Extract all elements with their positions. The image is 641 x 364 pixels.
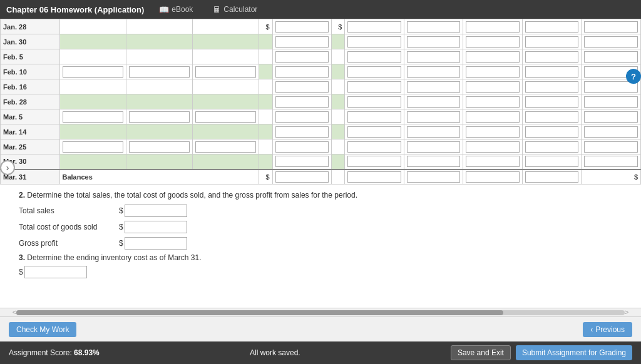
table-input[interactable] [347, 156, 401, 167]
tab-ebook[interactable]: 📖 eBook [154, 3, 198, 17]
help-button[interactable]: ? [626, 69, 641, 84]
table-input[interactable] [407, 21, 461, 33]
table-input[interactable] [525, 21, 579, 33]
table-input[interactable] [275, 126, 329, 138]
table-input[interactable] [347, 66, 401, 78]
input-cell[interactable] [404, 124, 463, 139]
input-cell[interactable] [193, 139, 259, 154]
table-input[interactable] [584, 51, 638, 63]
table-input[interactable] [466, 126, 520, 138]
table-input[interactable] [407, 96, 461, 108]
table-input[interactable] [584, 36, 638, 48]
input-cell[interactable] [193, 109, 259, 124]
input-cell[interactable] [126, 139, 192, 154]
input-cell[interactable] [463, 64, 523, 79]
left-arrow-button[interactable]: › [0, 160, 15, 175]
input-cell[interactable] [404, 49, 463, 64]
table-input[interactable] [129, 141, 190, 153]
input-cell[interactable] [345, 109, 404, 124]
input-cell[interactable] [522, 79, 582, 94]
scroll-thumb[interactable] [16, 310, 503, 315]
table-input[interactable] [584, 111, 638, 123]
table-input[interactable] [525, 36, 579, 48]
table-input[interactable] [129, 66, 190, 78]
input-cell[interactable] [522, 109, 582, 124]
input-cell[interactable] [522, 49, 582, 64]
table-input[interactable] [407, 171, 461, 183]
table-input[interactable] [525, 66, 579, 78]
input-cell[interactable] [582, 124, 641, 139]
table-input[interactable] [347, 126, 401, 138]
input-cell[interactable] [463, 19, 523, 34]
table-input[interactable] [129, 111, 190, 123]
input-cell[interactable] [582, 49, 641, 64]
input-cell[interactable] [404, 19, 463, 34]
input-cell[interactable] [345, 169, 404, 185]
ending-inventory-input[interactable] [24, 266, 87, 278]
total-sales-input[interactable] [125, 205, 187, 217]
input-cell[interactable] [345, 79, 404, 94]
input-cell[interactable] [272, 79, 332, 94]
input-cell[interactable] [126, 64, 192, 79]
table-input[interactable] [466, 21, 520, 33]
input-cell[interactable] [522, 124, 582, 139]
input-cell[interactable] [272, 64, 332, 79]
input-cell[interactable] [582, 94, 641, 109]
input-cell[interactable] [582, 34, 641, 49]
input-cell[interactable] [404, 79, 463, 94]
input-cell[interactable] [522, 34, 582, 49]
input-cell[interactable] [59, 109, 126, 124]
scroll-area[interactable]: Jan. 28 $ $ Jan. 30 [0, 19, 641, 308]
table-input[interactable] [195, 111, 256, 123]
input-cell[interactable] [522, 169, 582, 185]
input-cell[interactable] [272, 94, 332, 109]
input-cell[interactable] [522, 19, 582, 34]
table-input[interactable] [347, 111, 401, 123]
table-input[interactable] [347, 21, 401, 33]
input-cell[interactable] [582, 19, 641, 34]
input-cell[interactable] [463, 49, 523, 64]
input-cell[interactable] [404, 64, 463, 79]
submit-assignment-button[interactable]: Submit Assignment for Grading [516, 345, 632, 360]
scroll-left-btn[interactable]: < [13, 309, 16, 316]
table-input[interactable] [525, 96, 579, 108]
table-input[interactable] [195, 141, 256, 153]
table-input[interactable] [525, 156, 579, 167]
table-input[interactable] [584, 156, 638, 167]
input-cell[interactable] [193, 64, 259, 79]
table-input[interactable] [525, 126, 579, 138]
table-input[interactable] [347, 141, 401, 153]
input-cell[interactable] [345, 19, 404, 34]
input-cell[interactable] [582, 139, 641, 154]
input-cell[interactable] [404, 169, 463, 185]
input-cell[interactable] [272, 19, 332, 34]
input-cell[interactable] [272, 169, 332, 185]
input-cell[interactable] [463, 124, 523, 139]
table-input[interactable] [275, 21, 329, 33]
total-cogs-input[interactable] [125, 221, 187, 233]
input-cell[interactable] [522, 154, 582, 169]
table-input[interactable] [347, 51, 401, 63]
table-input[interactable] [407, 51, 461, 63]
input-cell[interactable] [463, 34, 523, 49]
table-input[interactable] [275, 141, 329, 153]
table-input[interactable] [347, 36, 401, 48]
input-cell[interactable] [272, 34, 332, 49]
input-cell[interactable] [404, 154, 463, 169]
input-cell[interactable] [59, 139, 126, 154]
table-input[interactable] [63, 141, 123, 153]
table-input[interactable] [407, 156, 461, 167]
table-input[interactable] [407, 141, 461, 153]
input-cell[interactable] [463, 139, 523, 154]
input-cell[interactable] [463, 79, 523, 94]
table-input[interactable] [407, 36, 461, 48]
input-cell[interactable] [522, 94, 582, 109]
input-cell[interactable] [345, 34, 404, 49]
table-input[interactable] [275, 36, 329, 48]
table-input[interactable] [407, 111, 461, 123]
table-input[interactable] [584, 141, 638, 153]
scroll-right-btn[interactable]: > [625, 309, 628, 316]
previous-button[interactable]: ‹ Previous [583, 322, 632, 337]
input-cell[interactable] [404, 94, 463, 109]
table-input[interactable] [347, 96, 401, 108]
